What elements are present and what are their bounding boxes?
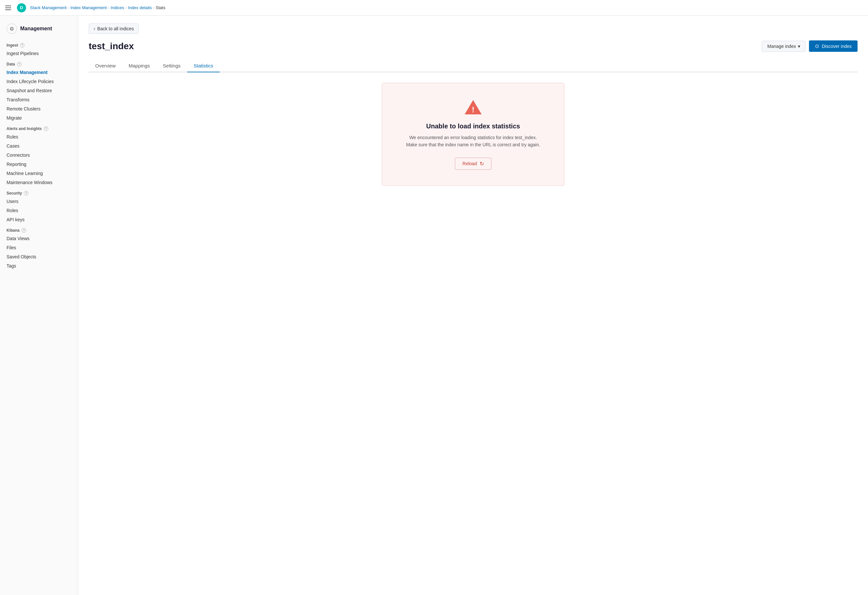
sidebar-item-cases[interactable]: Cases (0, 141, 78, 150)
tab-statistics[interactable]: Statistics (187, 60, 220, 72)
sidebar-item-api-keys[interactable]: API keys (0, 215, 78, 224)
sidebar-item-data-views[interactable]: Data Views (0, 234, 78, 243)
sidebar-item-reporting[interactable]: Reporting (0, 160, 78, 169)
manage-index-button[interactable]: Manage index ▾ (762, 41, 806, 52)
data-help-icon[interactable]: ? (17, 62, 22, 66)
sidebar-section-alerts: Alerts and Insights ? (0, 122, 78, 132)
manage-button-label: Manage index (767, 44, 796, 49)
sidebar-item-files[interactable]: Files (0, 243, 78, 252)
page-title: test_index (89, 41, 134, 52)
kibana-help-icon[interactable]: ? (22, 228, 26, 233)
chevron-down-icon: ▾ (798, 44, 800, 49)
tab-bar: Overview Mappings Settings Statistics (89, 60, 858, 72)
tab-overview[interactable]: Overview (89, 60, 122, 72)
error-title: Unable to load index statistics (395, 122, 551, 130)
sidebar: ⚙ Management Ingest ? Ingest Pipelines D… (0, 16, 78, 595)
page-header: test_index Manage index ▾ ⊙ Discover ind… (89, 40, 858, 52)
topbar: D Stack Management › Index Management › … (0, 0, 868, 16)
tab-settings[interactable]: Settings (156, 60, 187, 72)
sidebar-header: ⚙ Management (0, 21, 78, 39)
sidebar-item-index-lifecycle-policies[interactable]: Index Lifecycle Policies (0, 77, 78, 86)
error-description: We encountered an error loading statisti… (395, 134, 551, 149)
sidebar-item-connectors[interactable]: Connectors (0, 150, 78, 160)
sidebar-item-migrate[interactable]: Migrate (0, 113, 78, 122)
sidebar-section-ingest: Ingest ? (0, 39, 78, 49)
sidebar-section-kibana: Kibana ? (0, 224, 78, 234)
sidebar-item-users[interactable]: Users (0, 197, 78, 206)
error-card: ! Unable to load index statistics We enc… (382, 83, 564, 186)
sidebar-section-data: Data ? (0, 58, 78, 68)
layout: ⚙ Management Ingest ? Ingest Pipelines D… (0, 16, 868, 595)
error-icon-wrap: ! (395, 99, 551, 116)
sidebar-item-machine-learning[interactable]: Machine Learning (0, 169, 78, 178)
hamburger-menu[interactable] (5, 4, 13, 12)
compass-icon: ⊙ (815, 43, 819, 49)
sidebar-item-index-management[interactable]: Index Management (0, 68, 78, 77)
sidebar-item-tags[interactable]: Tags (0, 261, 78, 271)
header-actions: Manage index ▾ ⊙ Discover index (762, 40, 858, 52)
sidebar-title: Management (20, 26, 52, 32)
tab-mappings[interactable]: Mappings (122, 60, 156, 72)
main-content: ‹ Back to all indices test_index Manage … (78, 16, 868, 595)
breadcrumb: Stack Management › Index Management › In… (30, 5, 165, 10)
discover-index-button[interactable]: ⊙ Discover index (809, 40, 858, 52)
sidebar-item-transforms[interactable]: Transforms (0, 95, 78, 104)
back-button-label: Back to all indices (97, 26, 134, 31)
svg-text:!: ! (472, 105, 474, 114)
ingest-help-icon[interactable]: ? (20, 43, 24, 47)
alerts-help-icon[interactable]: ? (44, 127, 48, 131)
reload-icon: ↻ (480, 161, 484, 167)
breadcrumb-stats: Stats (156, 5, 165, 10)
sidebar-item-maintenance-windows[interactable]: Maintenance Windows (0, 178, 78, 187)
reload-label: Reload (462, 161, 477, 166)
gear-icon: ⚙ (6, 24, 17, 34)
security-help-icon[interactable]: ? (24, 191, 28, 196)
sidebar-item-ingest-pipelines[interactable]: Ingest Pipelines (0, 49, 78, 58)
reload-button[interactable]: Reload ↻ (455, 158, 491, 170)
sidebar-item-remote-clusters[interactable]: Remote Clusters (0, 104, 78, 113)
error-desc-line1: We encountered an error loading statisti… (409, 135, 537, 140)
breadcrumb-stack-management[interactable]: Stack Management (30, 5, 66, 10)
back-button[interactable]: ‹ Back to all indices (89, 24, 139, 34)
warning-triangle-icon: ! (464, 99, 482, 115)
discover-button-label: Discover index (822, 44, 852, 49)
sidebar-item-snapshot-restore[interactable]: Snapshot and Restore (0, 86, 78, 95)
breadcrumb-index-management[interactable]: Index Management (71, 5, 106, 10)
breadcrumb-index-details[interactable]: Index details (128, 5, 152, 10)
breadcrumb-indices[interactable]: Indices (111, 5, 124, 10)
back-chevron-icon: ‹ (94, 26, 95, 32)
sidebar-section-security: Security ? (0, 187, 78, 197)
sidebar-item-rules[interactable]: Rules (0, 132, 78, 141)
sidebar-item-saved-objects[interactable]: Saved Objects (0, 252, 78, 261)
sidebar-item-roles[interactable]: Roles (0, 206, 78, 215)
avatar: D (17, 3, 26, 12)
error-desc-line2: Make sure that the index name in the URL… (406, 142, 540, 147)
